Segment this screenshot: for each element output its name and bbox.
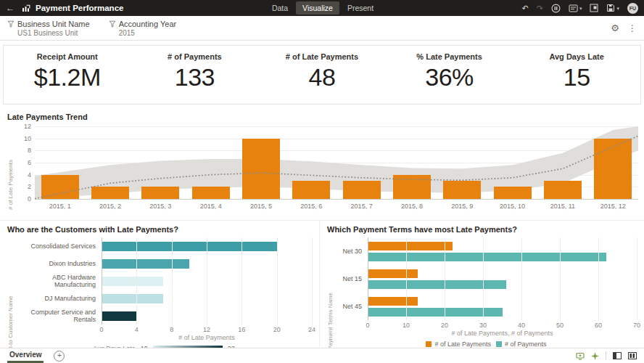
x-tick: 20 xyxy=(441,322,448,329)
trend-x-labels: 2015, 12015, 22015, 32015, 42015, 52015,… xyxy=(35,203,638,210)
y-tick: 10 xyxy=(24,135,31,142)
x-tick: 2015, 9 xyxy=(437,203,487,210)
payment-terms-chart-panel: Which Payment Terms have most Late Payme… xyxy=(320,221,644,347)
tab-visualize[interactable]: Visualize xyxy=(296,1,339,15)
topbar-actions: ↶ ↷ ▾ ▾ FU xyxy=(522,3,638,14)
x-tick: 30 xyxy=(479,322,487,329)
x-tick: 2015, 4 xyxy=(186,203,236,210)
x-tick: 2015, 11 xyxy=(537,203,587,210)
back-icon[interactable]: ← xyxy=(6,3,15,13)
trend-bar[interactable] xyxy=(91,187,129,199)
x-tick: 2015, 1 xyxy=(35,203,85,210)
present-canvas-icon[interactable] xyxy=(590,4,598,12)
trend-bar[interactable] xyxy=(41,175,79,199)
x-tick: 50 xyxy=(556,322,564,329)
chart-title: Who are the Customers with Late Payments… xyxy=(7,225,312,234)
avatar[interactable]: FU xyxy=(627,3,638,14)
filter-accounting-year[interactable]: Accounting Year 2015 xyxy=(109,20,177,37)
filter-value: 2015 xyxy=(109,29,177,37)
chevron-down-icon: ▾ xyxy=(616,6,619,11)
x-tick: 4 xyxy=(135,326,139,333)
kebab-menu-icon[interactable]: ⋮ xyxy=(628,23,637,33)
category-label: DJ Manufacturing xyxy=(16,295,102,302)
kpi-label: Receipt Amount xyxy=(37,52,98,61)
trend-bar[interactable] xyxy=(594,139,632,199)
y-axis-label: # of Late Payments xyxy=(7,126,14,210)
category-label: Net 45 xyxy=(336,303,368,310)
x-tick: 2015, 2 xyxy=(85,203,135,210)
payments-swatch xyxy=(496,341,502,347)
preview-icon[interactable] xyxy=(551,4,561,13)
y-tick: 4 xyxy=(28,171,31,179)
x-tick: 8 xyxy=(170,326,173,333)
trend-bar[interactable] xyxy=(494,187,532,199)
sparkle-icon[interactable] xyxy=(591,352,599,360)
filter-business-unit[interactable]: Business Unit Name US1 Business Unit xyxy=(7,20,90,37)
kpi-label: Avg Days Late xyxy=(549,52,603,61)
kpi-value: $1.2M xyxy=(34,63,101,91)
bottom-charts-row: Who are the Customers with Late Payments… xyxy=(0,220,644,347)
trend-bar[interactable] xyxy=(141,187,179,199)
kpi-avg-days-late[interactable]: Avg Days Late 15 xyxy=(513,46,640,104)
layout-single-icon[interactable] xyxy=(613,352,622,359)
customers-x-axis: 04812162024 xyxy=(102,325,312,334)
x-tick: 20 xyxy=(273,326,281,333)
terms-chart-area[interactable]: Net 30Net 15Net 45 010203040506070 # of … xyxy=(336,237,637,350)
filter-icon xyxy=(109,20,116,28)
trend-bar[interactable] xyxy=(443,181,481,199)
save-icon[interactable]: ▾ xyxy=(606,4,619,12)
divider xyxy=(606,351,606,360)
add-canvas-button[interactable]: + xyxy=(54,351,65,362)
y-axis-ticks: 024681012 xyxy=(17,126,31,199)
kpi-label: # of Late Payments xyxy=(286,52,358,61)
x-axis-label: # of Late Payments, # of Payments xyxy=(368,330,637,338)
page-title: Payment Performance xyxy=(36,4,123,12)
layout-split-icon[interactable] xyxy=(628,352,637,359)
kpi-pct-late-payments[interactable]: % Late Payments 36% xyxy=(386,46,513,104)
customers-chart-panel: Who are the Customers with Late Payments… xyxy=(0,221,320,347)
kpi-receipt-amount[interactable]: Receipt Amount $1.2M xyxy=(4,46,131,104)
kpi-strip: Receipt Amount $1.2M # of Payments 133 #… xyxy=(3,45,641,105)
tab-present[interactable]: Present xyxy=(341,1,380,15)
late-payments-trend-panel: Late Payments Trend # of Late Payments 0… xyxy=(0,107,644,220)
category-label: Dixon Industries xyxy=(16,260,102,267)
x-tick: 16 xyxy=(238,326,245,333)
kpi-value: 15 xyxy=(564,63,590,91)
workbook-icon xyxy=(22,4,30,12)
x-tick: 24 xyxy=(308,326,315,333)
trend-plot[interactable] xyxy=(35,126,638,200)
canvas-tab-overview[interactable]: Overview xyxy=(7,348,44,363)
trend-y-axis: # of Late Payments 024681012 xyxy=(7,126,35,210)
x-tick: 2015, 5 xyxy=(236,203,286,210)
kpi-num-payments[interactable]: # of Payments 133 xyxy=(131,46,259,104)
trend-bar[interactable] xyxy=(192,187,230,199)
gear-icon[interactable]: ⚙ xyxy=(611,23,619,33)
kpi-value: 133 xyxy=(175,63,215,91)
y-tick: 6 xyxy=(28,159,31,166)
kpi-num-late-payments[interactable]: # of Late Payments 48 xyxy=(258,46,386,104)
filter-name: Business Unit Name xyxy=(17,20,90,28)
tab-data[interactable]: Data xyxy=(265,1,294,15)
filter-icon xyxy=(7,20,15,28)
y-tick: 0 xyxy=(28,195,31,203)
trend-bar[interactable] xyxy=(292,181,330,199)
trend-bar[interactable] xyxy=(343,181,381,199)
x-tick: 2015, 12 xyxy=(588,203,638,210)
chart-title: Late Payments Trend xyxy=(7,113,638,121)
undo-icon[interactable]: ↶ xyxy=(522,4,529,12)
canvas-properties-icon[interactable]: ▾ xyxy=(569,4,582,12)
customers-chart-area[interactable]: Consolidated ServicesDixon IndustriesABC… xyxy=(16,237,312,354)
x-tick: 0 xyxy=(366,322,369,329)
category-label: Computer Service and Rentals xyxy=(16,309,102,323)
trend-bar[interactable] xyxy=(544,181,582,199)
canvas-tab-bar: Overview + xyxy=(0,348,644,363)
trend-bar[interactable] xyxy=(242,139,280,199)
data-refresh-icon[interactable] xyxy=(576,352,585,360)
category-label: Net 30 xyxy=(336,248,368,255)
x-tick: 40 xyxy=(518,322,525,329)
redo-icon[interactable]: ↷ xyxy=(537,4,543,12)
trend-bar[interactable] xyxy=(393,175,431,199)
kpi-value: 48 xyxy=(309,63,336,91)
customers-rows: Consolidated ServicesDixon IndustriesABC… xyxy=(16,237,312,325)
chevron-down-icon: ▾ xyxy=(579,6,582,11)
